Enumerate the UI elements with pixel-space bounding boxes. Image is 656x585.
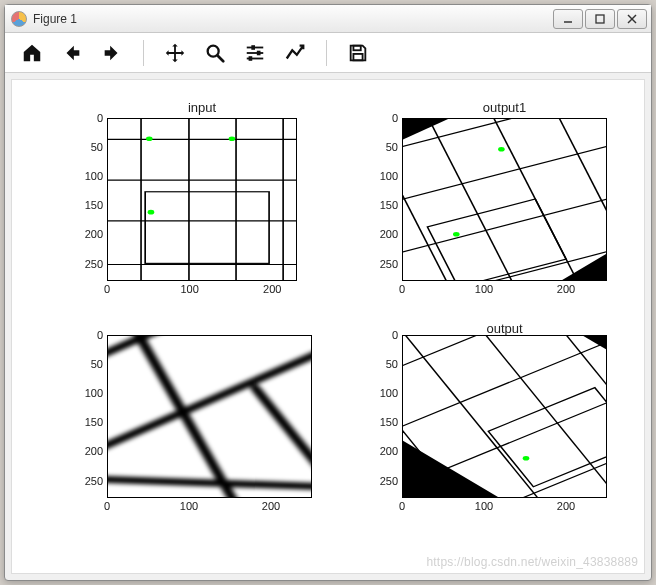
ytick-label: 50 [77,141,107,153]
ytick-label: 50 [77,358,107,370]
xtick-label: 0 [385,281,419,295]
xtick-label: 200 [255,281,289,295]
ytick-label: 150 [372,416,402,428]
toolbar-separator [326,40,327,66]
matplotlib-toolbar [5,33,651,73]
svg-point-41 [453,232,460,237]
plot-image [403,119,607,281]
xtick-label: 200 [549,498,583,512]
ytick-label: 200 [372,228,402,240]
sliders-icon [244,42,266,64]
save-button[interactable] [341,37,375,69]
toolbar-separator [143,40,144,66]
figure-canvas[interactable]: input [11,79,645,574]
subplot-output1: output1 [402,118,607,281]
axes-frame [107,118,297,281]
ytick-label: 0 [77,329,107,341]
xtick-label: 0 [90,498,124,512]
plot-image [108,336,312,498]
arrow-right-icon [101,42,123,64]
close-button[interactable] [617,9,647,29]
svg-rect-7 [251,45,255,50]
svg-rect-13 [353,53,362,59]
svg-rect-11 [249,56,253,61]
ytick-label: 250 [372,258,402,270]
magnify-icon [204,42,226,64]
svg-point-24 [146,136,153,141]
xtick-label: 100 [173,281,207,295]
xtick-label: 100 [172,498,206,512]
xtick-label: 100 [467,281,501,295]
xtick-label: 100 [467,498,501,512]
minimize-button[interactable] [553,9,583,29]
axes-frame [107,335,312,498]
edit-button[interactable] [278,37,312,69]
ytick-label: 250 [77,475,107,487]
pan-button[interactable] [158,37,192,69]
titlebar[interactable]: Figure 1 [5,5,651,33]
figure-window: Figure 1 [4,4,652,581]
home-button[interactable] [15,37,49,69]
ytick-label: 200 [77,228,107,240]
maximize-button[interactable] [585,9,615,29]
arrow-left-icon [61,42,83,64]
subplot-title: output1 [402,100,607,115]
ytick-label: 150 [77,416,107,428]
ytick-label: 50 [372,141,402,153]
svg-rect-1 [596,15,604,23]
ytick-label: 200 [372,445,402,457]
svg-rect-12 [353,45,360,50]
forward-button[interactable] [95,37,129,69]
home-icon [21,42,43,64]
subplot-title: output [402,321,607,336]
xtick-label: 200 [254,498,288,512]
svg-point-61 [523,456,530,461]
ytick-label: 150 [372,199,402,211]
axes-frame [402,118,607,281]
subplot-title: input [107,100,297,115]
xtick-label: 0 [90,281,124,295]
ytick-label: 200 [77,445,107,457]
back-button[interactable] [55,37,89,69]
svg-rect-9 [257,50,261,55]
ytick-label: 0 [77,112,107,124]
zoom-button[interactable] [198,37,232,69]
plot-image [403,336,607,498]
svg-line-5 [218,55,224,61]
ytick-label: 250 [77,258,107,270]
ytick-label: 150 [77,199,107,211]
ytick-label: 100 [77,387,107,399]
ytick-label: 250 [372,475,402,487]
save-icon [347,42,369,64]
watermark-text: https://blog.csdn.net/weixin_43838889 [426,555,638,569]
plot-image [108,119,297,281]
svg-point-25 [229,136,236,141]
subplot-input: input [107,118,297,281]
window-title: Figure 1 [33,12,77,26]
subplot-output: output [402,335,607,498]
ytick-label: 100 [77,170,107,182]
ytick-label: 100 [372,170,402,182]
xtick-label: 0 [385,498,419,512]
ytick-label: 50 [372,358,402,370]
app-icon [11,11,27,27]
configure-button[interactable] [238,37,272,69]
axes-frame [402,335,607,498]
ytick-label: 0 [372,329,402,341]
svg-point-26 [148,210,155,215]
svg-point-40 [498,147,505,152]
ytick-label: 100 [372,387,402,399]
move-icon [164,42,186,64]
chart-line-icon [284,42,306,64]
xtick-label: 200 [549,281,583,295]
subplot-2: 0 50 100 150 200 250 0 100 200 [107,335,312,498]
ytick-label: 0 [372,112,402,124]
